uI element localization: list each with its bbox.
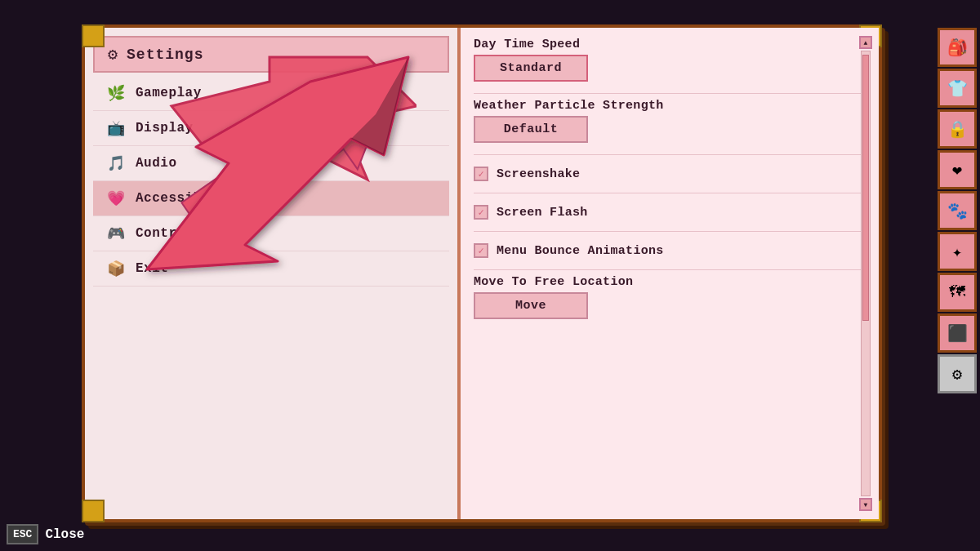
move-location-section: Move To Free Location Move [474,275,866,319]
sidebar-icon-menu[interactable]: ⬛ [938,313,977,353]
screenshake-checkbox[interactable] [474,167,488,181]
sidebar-icon-paw[interactable]: 🐾 [938,191,977,230]
menu-item-audio[interactable]: 🎵 Audio [93,146,449,181]
scrollbar: ▲ ▼ [859,36,872,511]
menu-item-gameplay[interactable]: 🌿 Gameplay [93,76,449,111]
corner-tl [82,24,105,47]
esc-label: Close [45,527,84,542]
menu-bounce-checkbox[interactable] [474,243,488,258]
sidebar-icon-backpack[interactable]: 🎒 [938,28,977,67]
corner-bl [82,500,105,522]
gameplay-label: Gameplay [136,86,202,100]
right-page: Day Time Speed Standard Weather Particle… [461,28,879,519]
settings-header: ⚙ Settings [93,36,449,73]
menu-item-accessibility[interactable]: 💗 Accessibility [93,181,449,216]
scroll-thumb[interactable] [862,55,869,321]
screenshake-label: Screenshake [497,167,580,181]
divider-1 [474,93,866,94]
right-sidebar: 🎒 👕 🔒 ❤ 🐾 ✦ 🗺 ⬛ ⚙ [934,24,980,522]
day-time-speed-section: Day Time Speed Standard [474,38,866,82]
scroll-down-arrow[interactable]: ▼ [859,498,872,511]
exit-label: Exit [136,261,168,276]
divider-5 [474,269,866,270]
day-time-speed-label: Day Time Speed [474,38,866,51]
esc-key[interactable]: ESC [7,524,38,544]
menu-item-display[interactable]: 📺 Display [93,111,449,146]
menu-item-controls[interactable]: 🎮 Controls [93,216,449,251]
weather-particle-section: Weather Particle Strength Default [474,99,866,143]
weather-particle-button[interactable]: Default [474,116,588,143]
divider-3 [474,193,866,193]
controls-icon: 🎮 [106,224,126,242]
sidebar-icon-star[interactable]: ✦ [938,232,977,271]
divider-4 [474,231,866,232]
settings-gear-icon: ⚙ [108,44,118,64]
controls-label: Controls [136,226,202,241]
sidebar-icon-lock[interactable]: 🔒 [938,109,977,149]
divider-2 [474,154,866,155]
settings-title: Settings [127,47,203,63]
left-page: ⚙ Settings 🌿 Gameplay 📺 Display 🎵 Audio … [85,28,461,519]
menu-bounce-row: Menu Bounce Animations [474,237,866,264]
display-label: Display [136,121,194,136]
screenshake-row: Screenshake [474,160,866,188]
accessibility-icon: 💗 [106,189,126,207]
move-location-label: Move To Free Location [474,275,866,289]
esc-bar: ESC Close [7,524,84,544]
sidebar-icon-shirt[interactable]: 👕 [938,69,977,108]
sidebar-icon-map[interactable]: 🗺 [938,273,977,312]
gameplay-icon: 🌿 [106,84,126,102]
menu-item-exit[interactable]: 📦 Exit [93,251,449,287]
sidebar-icon-settings[interactable]: ⚙ [938,354,977,393]
display-icon: 📺 [106,119,126,137]
move-location-button[interactable]: Move [474,292,588,319]
audio-icon: 🎵 [106,154,126,172]
weather-particle-label: Weather Particle Strength [474,99,866,113]
screen-flash-checkbox[interactable] [474,205,488,220]
menu-bounce-label: Menu Bounce Animations [497,244,664,258]
settings-book: ⚙ Settings 🌿 Gameplay 📺 Display 🎵 Audio … [82,24,882,522]
exit-icon: 📦 [106,260,126,278]
screen-flash-row: Screen Flash [474,198,866,226]
sidebar-icon-heart[interactable]: ❤ [938,150,977,189]
scroll-up-arrow[interactable]: ▲ [859,36,872,49]
accessibility-label: Accessibility [136,191,243,206]
scroll-track [861,51,871,496]
audio-label: Audio [136,156,177,171]
day-time-speed-button[interactable]: Standard [474,55,588,82]
screen-flash-label: Screen Flash [497,206,588,220]
